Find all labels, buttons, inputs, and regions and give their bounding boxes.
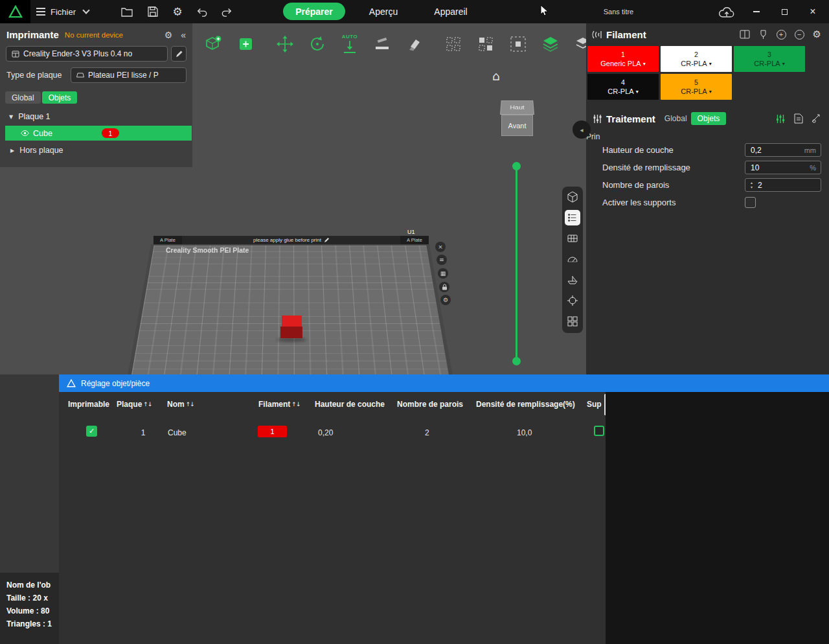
filament-badge[interactable]: 1 (102, 128, 119, 138)
plate-settings-button[interactable]: ⚙ (440, 295, 451, 305)
filament-slot-1[interactable]: 1 Generic PLA▾ (587, 46, 659, 72)
home-view-button[interactable]: ⌂ (492, 69, 500, 83)
filament-slot-5[interactable]: 5 CR-PLA▾ (661, 74, 732, 100)
plate-close-button[interactable]: × (435, 242, 446, 252)
model-cube-front-face[interactable] (280, 327, 302, 338)
save-button[interactable] (144, 3, 162, 20)
rotate-tool-button[interactable] (303, 30, 332, 58)
layer-height-input[interactable]: 0,2 mm (745, 143, 821, 157)
close-button[interactable]: × (802, 0, 823, 23)
parts-button[interactable] (562, 311, 583, 332)
add-filament-button[interactable]: + (777, 30, 786, 40)
layer-slider-handle-top[interactable] (512, 162, 521, 170)
lay-on-face-tool-button[interactable] (368, 30, 396, 58)
remove-filament-button[interactable]: − (795, 30, 804, 40)
filament-slot-4[interactable]: 4 CR-PLA▾ (587, 74, 659, 100)
supports-checkbox[interactable] (745, 197, 756, 208)
object-settings-titlebar[interactable]: Réglage objet/pièce (59, 374, 829, 392)
preferences-gear-icon[interactable]: ⚙ (168, 3, 187, 20)
select-region-tool-button[interactable] (504, 30, 532, 58)
tab-objects[interactable]: Objets (42, 91, 78, 104)
tab-global[interactable]: Global (5, 91, 41, 104)
redo-button[interactable] (218, 3, 236, 20)
filament-slot-2[interactable]: 2 CR-PLA▾ (661, 46, 732, 72)
object-list-button[interactable] (562, 207, 583, 228)
maximize-button[interactable] (774, 0, 795, 23)
locate-button[interactable] (562, 290, 583, 311)
filament-slot-3[interactable]: 3 CR-PLA▾ (734, 46, 805, 72)
split-tool-button[interactable] (569, 30, 586, 58)
filament-settings-gear-icon[interactable]: ⚙ (813, 29, 821, 40)
move-tool-button[interactable] (271, 30, 299, 58)
auto-orient-tool-button[interactable]: AUTO (335, 30, 364, 58)
layers-tool-button[interactable] (536, 30, 565, 58)
plate-lock-button[interactable] (439, 282, 449, 292)
grid-view-button[interactable] (562, 228, 583, 249)
plate-grid-button[interactable]: ▦ (438, 268, 448, 279)
sort-icon[interactable]: ↑↓ (186, 401, 194, 408)
extruder-icon[interactable] (758, 30, 768, 40)
support-checkbox[interactable] (594, 426, 604, 436)
col-name[interactable]: Nom↑↓ (167, 400, 194, 409)
navcube-top-face[interactable]: Haut (500, 100, 534, 115)
tree-closed-icon[interactable]: ▶ (10, 148, 14, 154)
plate-menu-button[interactable]: ≡ (437, 255, 447, 265)
col-plate[interactable]: Plaque↑↓ (117, 400, 152, 409)
caret-down-icon[interactable]: ▾ (643, 60, 646, 68)
add-plate-button[interactable] (232, 30, 260, 58)
cloud-upload-button[interactable] (716, 3, 737, 20)
advanced-params-icon[interactable] (812, 114, 821, 124)
col-filament[interactable]: Filament↑↓ (258, 400, 300, 409)
model-cube-top-face[interactable] (282, 316, 302, 327)
tree-item-plate[interactable]: ▼ Plaque 1 (0, 112, 192, 121)
navcube-front-face[interactable]: Avant (501, 115, 533, 136)
infill-input[interactable]: 10 % (745, 161, 821, 174)
walls-stepper[interactable]: ▴ ▾ 2 (745, 178, 821, 192)
device-status: No current device (65, 31, 165, 39)
gauge-icon (566, 253, 579, 266)
add-model-button[interactable] (199, 30, 227, 58)
layer-slider-handle-bottom[interactable] (512, 357, 521, 365)
plate-type-select[interactable]: Plateau PEI lisse / P (71, 67, 187, 83)
step-down-icon[interactable]: ▾ (751, 185, 753, 189)
printer-settings-gear-icon[interactable]: ⚙ (165, 30, 173, 40)
open-file-button[interactable] (118, 3, 136, 20)
caret-down-icon[interactable]: ▾ (636, 87, 639, 96)
platform-button[interactable] (562, 270, 583, 290)
gauge-button[interactable] (562, 249, 583, 270)
printer-select[interactable]: Creality Ender-3 V3 Plus 0.4 no (6, 46, 168, 62)
seam-paint-tool-button[interactable] (400, 30, 429, 58)
document-icon[interactable] (794, 113, 803, 124)
process-tab-global[interactable]: Global (664, 114, 687, 123)
table-scrollbar[interactable] (604, 394, 606, 415)
printable-checkbox[interactable]: ✓ (86, 426, 97, 437)
layer-slider-track[interactable] (516, 166, 517, 358)
build-plate[interactable] (126, 244, 454, 374)
tree-item-off-plate[interactable]: ▶ Hors plaque (0, 146, 192, 155)
tree-item-cube[interactable]: Cube 1 (5, 126, 192, 141)
sort-icon[interactable]: ↑↓ (291, 401, 300, 408)
tab-preview[interactable]: Aperçu (358, 0, 409, 23)
edit-printer-button[interactable] (171, 46, 187, 62)
process-tab-objects[interactable]: Objets (691, 112, 727, 125)
collapse-sidebar-icon[interactable]: « (181, 30, 186, 40)
clone-tool-button[interactable] (439, 30, 468, 58)
caret-down-icon[interactable]: ▾ (782, 60, 785, 68)
sort-icon[interactable]: ↑↓ (143, 401, 152, 408)
split-view-icon[interactable] (740, 30, 750, 39)
collapse-panel-button[interactable]: ◂ (573, 121, 591, 139)
caret-down-icon[interactable]: ▾ (709, 60, 712, 68)
file-menu[interactable]: Fichier (36, 0, 89, 23)
tune-green-icon[interactable] (775, 114, 786, 124)
cell-filament-chip[interactable]: 1 (258, 426, 287, 437)
visibility-eye-icon[interactable] (21, 130, 29, 136)
minimize-button[interactable] (746, 0, 767, 23)
stepper-arrows[interactable]: ▴ ▾ (751, 181, 753, 189)
caret-down-icon[interactable]: ▾ (709, 87, 712, 96)
tab-prepare[interactable]: Préparer (283, 3, 345, 20)
view-cube-button[interactable] (562, 187, 583, 207)
arrange-tool-button[interactable] (471, 30, 500, 58)
undo-button[interactable] (193, 3, 211, 20)
tree-open-icon[interactable]: ▼ (9, 114, 13, 120)
tab-device[interactable]: Appareil (425, 0, 477, 23)
